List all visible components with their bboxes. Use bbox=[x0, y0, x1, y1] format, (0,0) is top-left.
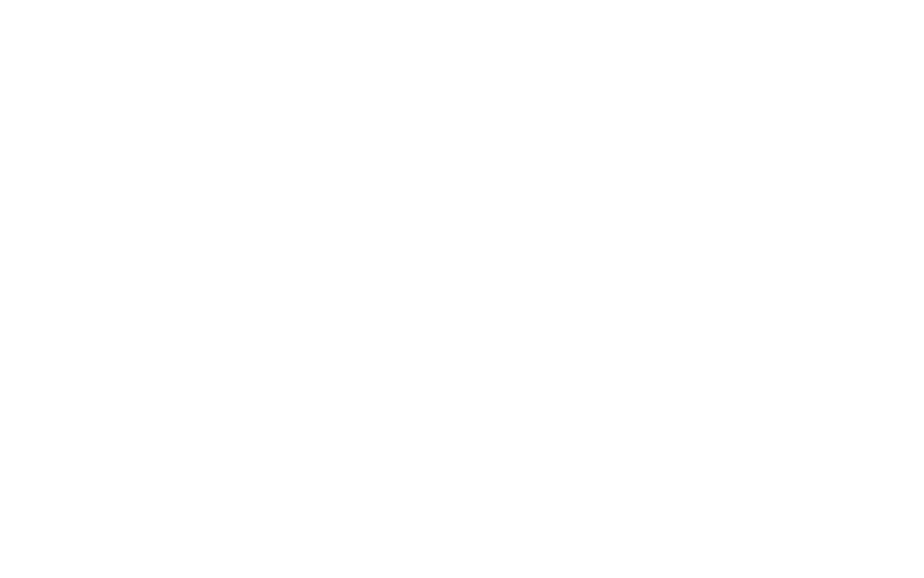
seismogram-page bbox=[0, 0, 924, 578]
helicorder-plot bbox=[0, 0, 924, 578]
